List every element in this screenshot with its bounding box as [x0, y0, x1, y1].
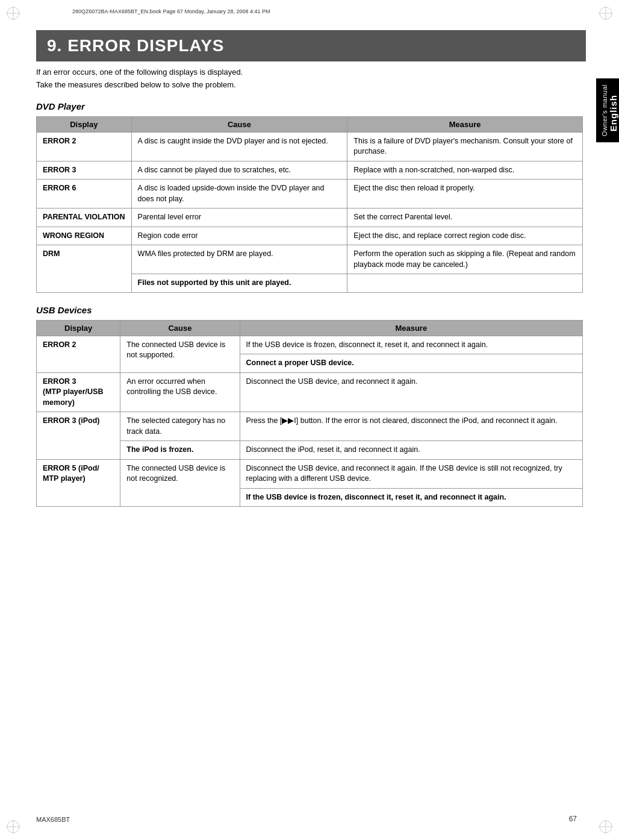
usb-row2-measure: Disconnect the USB device, and reconnect…: [240, 372, 582, 412]
usb-row3-measure2: Disconnect the iPod, reset it, and recon…: [240, 441, 582, 460]
usb-row4-measure2: If the USB device is frozen, disconnect …: [240, 488, 582, 507]
dvd-row4-cause: Parental level error: [131, 208, 347, 227]
usb-col-measure: Measure: [240, 320, 582, 336]
usb-row2-cause: An error occurred when controlling the U…: [120, 372, 240, 412]
table-row: ERROR 2 A disc is caught inside the DVD …: [37, 132, 583, 161]
usb-row3-display: ERROR 3 (iPod): [37, 412, 120, 460]
dvd-row2-display: ERROR 3: [37, 161, 132, 180]
dvd-row2-measure: Replace with a non-scratched, non-warped…: [347, 161, 583, 180]
dvd-row6-cause: WMA files protected by DRM are played.: [131, 245, 347, 274]
side-tab-language: English: [608, 94, 618, 131]
dvd-col-display: Display: [37, 116, 132, 132]
usb-row4-measure1: Disconnect the USB device, and reconnect…: [240, 459, 582, 488]
table-row: ERROR 3 (iPod) The selected category has…: [37, 412, 583, 441]
dvd-row7-cause: Files not supported by this unit are pla…: [131, 274, 347, 293]
dvd-table: Display Cause Measure ERROR 2 A disc is …: [36, 116, 583, 293]
table-row: ERROR 2 The connected USB device is not …: [37, 336, 583, 354]
dvd-col-cause: Cause: [131, 116, 347, 132]
table-row: ERROR 3 A disc cannot be played due to s…: [37, 161, 583, 180]
usb-row3-measure1: Press the [▶▶I] button. If the error is …: [240, 412, 582, 441]
side-tab: Owner's manual English: [596, 78, 619, 142]
dvd-row3-measure: Eject the disc then reload it properly.: [347, 180, 583, 208]
usb-row3-cause1: The selected category has no track data.: [120, 412, 240, 441]
corner-mark-bl: [5, 818, 22, 835]
page-title: 9. ERROR DISPLAYS: [36, 30, 586, 61]
file-name: 280QZ6072BA-MAX685BT_EN.book Page 67 Mon…: [72, 8, 270, 14]
usb-section-heading: USB Devices: [36, 305, 583, 315]
page-container: 280QZ6072BA-MAX685BT_EN.book Page 67 Mon…: [0, 0, 619, 840]
dvd-row5-display: WRONG REGION: [37, 227, 132, 245]
usb-row3-cause2: The iPod is frozen.: [120, 441, 240, 460]
usb-col-cause: Cause: [120, 320, 240, 336]
usb-col-display: Display: [37, 320, 120, 336]
dvd-row1-measure: This is a failure of DVD player's mechan…: [347, 132, 583, 161]
footer-model: MAX685BT: [36, 816, 70, 823]
intro-line2: Take the measures described below to sol…: [36, 79, 583, 92]
usb-table: Display Cause Measure ERROR 2 The connec…: [36, 320, 583, 507]
table-row: ERROR 5 (iPod/ MTP player) The connected…: [37, 459, 583, 488]
table-row: WRONG REGION Region code error Eject the…: [37, 227, 583, 245]
dvd-row5-cause: Region code error: [131, 227, 347, 245]
dvd-row5-measure: Eject the disc, and replace correct regi…: [347, 227, 583, 245]
usb-row1-measure2: Connect a proper USB device.: [240, 354, 582, 373]
table-row: DRM WMA files protected by DRM are playe…: [37, 245, 583, 274]
dvd-row6-display: DRM: [37, 245, 132, 293]
corner-mark-tl: [5, 5, 22, 22]
dvd-row4-display: PARENTAL VIOLATION: [37, 208, 132, 227]
table-row: ERROR 3 (MTP player/USB memory) An error…: [37, 372, 583, 412]
table-row: PARENTAL VIOLATION Parental level error …: [37, 208, 583, 227]
intro-line1: If an error occurs, one of the following…: [36, 66, 583, 79]
corner-mark-tr: [597, 5, 614, 22]
intro-text: If an error occurs, one of the following…: [36, 66, 583, 92]
footer-page-number: 67: [569, 815, 577, 823]
dvd-row3-display: ERROR 6: [37, 180, 132, 208]
side-tab-manual-type: Owner's manual: [601, 84, 608, 136]
table-row: ERROR 6 A disc is loaded upside-down ins…: [37, 180, 583, 208]
dvd-row2-cause: A disc cannot be played due to scratches…: [131, 161, 347, 180]
dvd-row3-cause: A disc is loaded upside-down inside the …: [131, 180, 347, 208]
dvd-row7-measure: [347, 274, 583, 293]
dvd-row4-measure: Set the correct Parental level.: [347, 208, 583, 227]
dvd-section-heading: DVD Player: [36, 101, 583, 111]
corner-mark-br: [597, 818, 614, 835]
usb-row1-measure1: If the USB device is frozen, disconnect …: [240, 336, 582, 354]
dvd-col-measure: Measure: [347, 116, 583, 132]
dvd-row6-measure: Perform the operation such as skipping a…: [347, 245, 583, 274]
usb-row1-display: ERROR 2: [37, 336, 120, 372]
usb-row2-display: ERROR 3 (MTP player/USB memory): [37, 372, 120, 412]
usb-row1-cause: The connected USB device is not supporte…: [120, 336, 240, 372]
usb-row4-cause: The connected USB device is not recogniz…: [120, 459, 240, 507]
usb-row4-display: ERROR 5 (iPod/ MTP player): [37, 459, 120, 507]
dvd-row1-cause: A disc is caught inside the DVD player a…: [131, 132, 347, 161]
dvd-row1-display: ERROR 2: [37, 132, 132, 161]
main-content: If an error occurs, one of the following…: [36, 66, 583, 519]
